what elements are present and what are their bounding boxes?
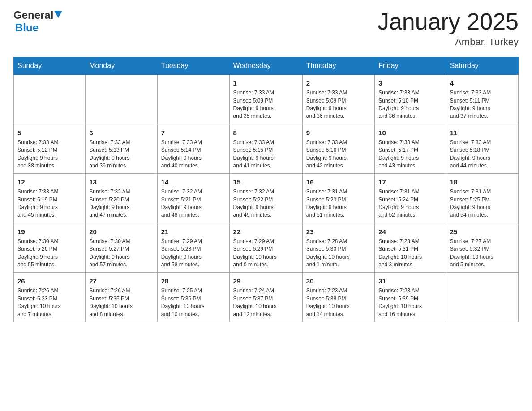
- day-number: 4: [450, 78, 515, 88]
- day-info: Sunrise: 7:33 AM Sunset: 5:09 PM Dayligh…: [306, 89, 371, 120]
- weekday-header-sunday: Sunday: [14, 57, 86, 75]
- calendar-cell: 22Sunrise: 7:29 AM Sunset: 5:29 PM Dayli…: [229, 223, 302, 273]
- day-number: 18: [450, 177, 515, 187]
- calendar-cell: 24Sunrise: 7:28 AM Sunset: 5:31 PM Dayli…: [375, 223, 446, 273]
- calendar-table: SundayMondayTuesdayWednesdayThursdayFrid…: [13, 57, 519, 322]
- weekday-header-saturday: Saturday: [446, 57, 518, 75]
- day-info: Sunrise: 7:31 AM Sunset: 5:24 PM Dayligh…: [378, 188, 442, 219]
- day-number: 8: [233, 128, 299, 137]
- day-info: Sunrise: 7:33 AM Sunset: 5:16 PM Dayligh…: [306, 139, 371, 170]
- calendar-cell: [446, 273, 518, 322]
- calendar-cell: 19Sunrise: 7:30 AM Sunset: 5:26 PM Dayli…: [14, 223, 86, 273]
- day-number: 15: [233, 177, 299, 187]
- calendar-cell: 20Sunrise: 7:30 AM Sunset: 5:27 PM Dayli…: [86, 223, 158, 273]
- day-info: Sunrise: 7:31 AM Sunset: 5:23 PM Dayligh…: [306, 188, 371, 219]
- day-number: 12: [17, 177, 82, 187]
- calendar-week-5: 26Sunrise: 7:26 AM Sunset: 5:33 PM Dayli…: [14, 273, 519, 322]
- calendar-cell: 10Sunrise: 7:33 AM Sunset: 5:17 PM Dayli…: [375, 124, 446, 174]
- day-number: 27: [89, 276, 154, 286]
- day-number: 24: [378, 227, 442, 236]
- weekday-header-wednesday: Wednesday: [229, 57, 302, 75]
- calendar-week-3: 12Sunrise: 7:33 AM Sunset: 5:19 PM Dayli…: [14, 174, 519, 223]
- calendar-cell: 23Sunrise: 7:28 AM Sunset: 5:30 PM Dayli…: [302, 223, 374, 273]
- logo-arrow-icon: [54, 11, 62, 20]
- calendar-cell: [14, 75, 86, 124]
- calendar-cell: 4Sunrise: 7:33 AM Sunset: 5:11 PM Daylig…: [446, 75, 518, 124]
- day-info: Sunrise: 7:30 AM Sunset: 5:26 PM Dayligh…: [17, 238, 82, 269]
- day-number: 16: [306, 177, 371, 187]
- day-info: Sunrise: 7:32 AM Sunset: 5:20 PM Dayligh…: [89, 188, 154, 219]
- day-number: 29: [233, 276, 299, 286]
- calendar-cell: 27Sunrise: 7:26 AM Sunset: 5:35 PM Dayli…: [86, 273, 158, 322]
- calendar-cell: 29Sunrise: 7:24 AM Sunset: 5:37 PM Dayli…: [229, 273, 302, 322]
- day-info: Sunrise: 7:26 AM Sunset: 5:35 PM Dayligh…: [89, 287, 154, 318]
- day-number: 11: [450, 128, 515, 137]
- day-number: 13: [89, 177, 154, 187]
- day-info: Sunrise: 7:33 AM Sunset: 5:11 PM Dayligh…: [450, 89, 515, 120]
- weekday-header-thursday: Thursday: [302, 57, 374, 75]
- title-area: January 2025 Ambar, Turkey: [378, 9, 519, 48]
- day-info: Sunrise: 7:30 AM Sunset: 5:27 PM Dayligh…: [89, 238, 154, 269]
- day-info: Sunrise: 7:33 AM Sunset: 5:10 PM Dayligh…: [378, 89, 442, 120]
- calendar-cell: 17Sunrise: 7:31 AM Sunset: 5:24 PM Dayli…: [375, 174, 446, 223]
- calendar-cell: 28Sunrise: 7:25 AM Sunset: 5:36 PM Dayli…: [157, 273, 229, 322]
- calendar-cell: 31Sunrise: 7:23 AM Sunset: 5:39 PM Dayli…: [375, 273, 446, 322]
- calendar-cell: 6Sunrise: 7:33 AM Sunset: 5:13 PM Daylig…: [86, 124, 158, 174]
- calendar-cell: 7Sunrise: 7:33 AM Sunset: 5:14 PM Daylig…: [157, 124, 229, 174]
- day-info: Sunrise: 7:24 AM Sunset: 5:37 PM Dayligh…: [233, 287, 299, 318]
- calendar-week-4: 19Sunrise: 7:30 AM Sunset: 5:26 PM Dayli…: [14, 223, 519, 273]
- calendar-subtitle: Ambar, Turkey: [378, 36, 519, 48]
- calendar-cell: 11Sunrise: 7:33 AM Sunset: 5:18 PM Dayli…: [446, 124, 518, 174]
- calendar-cell: 2Sunrise: 7:33 AM Sunset: 5:09 PM Daylig…: [302, 75, 374, 124]
- calendar-cell: [157, 75, 229, 124]
- day-number: 28: [161, 276, 226, 286]
- calendar-cell: 14Sunrise: 7:32 AM Sunset: 5:21 PM Dayli…: [157, 174, 229, 223]
- day-info: Sunrise: 7:26 AM Sunset: 5:33 PM Dayligh…: [17, 287, 82, 318]
- day-info: Sunrise: 7:32 AM Sunset: 5:21 PM Dayligh…: [161, 188, 226, 219]
- day-number: 14: [161, 177, 226, 187]
- day-number: 23: [306, 227, 371, 236]
- day-number: 31: [378, 276, 442, 286]
- day-number: 17: [378, 177, 442, 187]
- weekday-header-friday: Friday: [375, 57, 446, 75]
- day-info: Sunrise: 7:33 AM Sunset: 5:13 PM Dayligh…: [89, 139, 154, 170]
- day-info: Sunrise: 7:33 AM Sunset: 5:17 PM Dayligh…: [378, 139, 442, 170]
- calendar-cell: 26Sunrise: 7:26 AM Sunset: 5:33 PM Dayli…: [14, 273, 86, 322]
- day-info: Sunrise: 7:28 AM Sunset: 5:31 PM Dayligh…: [378, 238, 442, 269]
- day-number: 9: [306, 128, 371, 137]
- day-number: 10: [378, 128, 442, 137]
- calendar-cell: 18Sunrise: 7:31 AM Sunset: 5:25 PM Dayli…: [446, 174, 518, 223]
- day-info: Sunrise: 7:33 AM Sunset: 5:19 PM Dayligh…: [17, 188, 82, 219]
- day-info: Sunrise: 7:29 AM Sunset: 5:28 PM Dayligh…: [161, 238, 226, 269]
- calendar-cell: 12Sunrise: 7:33 AM Sunset: 5:19 PM Dayli…: [14, 174, 86, 223]
- day-number: 6: [89, 128, 154, 137]
- calendar-cell: 21Sunrise: 7:29 AM Sunset: 5:28 PM Dayli…: [157, 223, 229, 273]
- day-number: 30: [306, 276, 371, 286]
- calendar-title: January 2025: [378, 9, 519, 34]
- day-info: Sunrise: 7:27 AM Sunset: 5:32 PM Dayligh…: [450, 238, 515, 269]
- logo-text-blue: Blue: [15, 21, 39, 34]
- day-info: Sunrise: 7:25 AM Sunset: 5:36 PM Dayligh…: [161, 287, 226, 318]
- day-info: Sunrise: 7:33 AM Sunset: 5:12 PM Dayligh…: [17, 139, 82, 170]
- day-info: Sunrise: 7:32 AM Sunset: 5:22 PM Dayligh…: [233, 188, 299, 219]
- day-number: 1: [233, 78, 299, 88]
- logo: General Blue: [13, 9, 62, 34]
- calendar-cell: 30Sunrise: 7:23 AM Sunset: 5:38 PM Dayli…: [302, 273, 374, 322]
- day-number: 2: [306, 78, 371, 88]
- calendar-cell: 1Sunrise: 7:33 AM Sunset: 5:09 PM Daylig…: [229, 75, 302, 124]
- day-number: 26: [17, 276, 82, 286]
- calendar-cell: [86, 75, 158, 124]
- calendar-header: SundayMondayTuesdayWednesdayThursdayFrid…: [14, 57, 519, 75]
- calendar-cell: 16Sunrise: 7:31 AM Sunset: 5:23 PM Dayli…: [302, 174, 374, 223]
- day-info: Sunrise: 7:23 AM Sunset: 5:39 PM Dayligh…: [378, 287, 442, 318]
- day-number: 19: [17, 227, 82, 236]
- day-info: Sunrise: 7:33 AM Sunset: 5:18 PM Dayligh…: [450, 139, 515, 170]
- calendar-week-2: 5Sunrise: 7:33 AM Sunset: 5:12 PM Daylig…: [14, 124, 519, 174]
- day-number: 20: [89, 227, 154, 236]
- day-number: 5: [17, 128, 82, 137]
- day-info: Sunrise: 7:33 AM Sunset: 5:14 PM Dayligh…: [161, 139, 226, 170]
- weekday-header-tuesday: Tuesday: [157, 57, 229, 75]
- weekday-header-monday: Monday: [86, 57, 158, 75]
- calendar-week-1: 1Sunrise: 7:33 AM Sunset: 5:09 PM Daylig…: [14, 75, 519, 124]
- day-info: Sunrise: 7:28 AM Sunset: 5:30 PM Dayligh…: [306, 238, 371, 269]
